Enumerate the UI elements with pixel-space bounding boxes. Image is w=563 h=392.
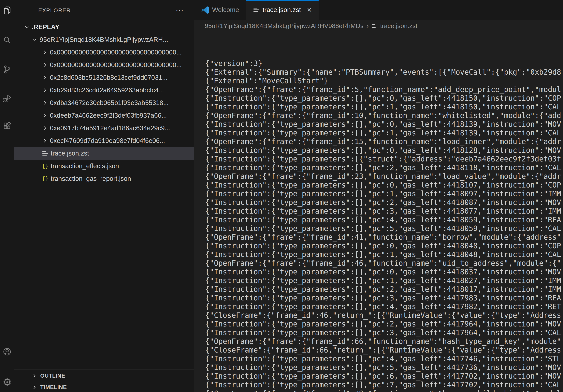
file-tree: {} .REPLAY {} 95oR1YipjSnqd18K4BMshkLgPi… <box>14 21 194 185</box>
tree-item-label: 0x2c8d603bc51326b8c13cef9dd07031... <box>50 74 167 81</box>
tree-item-label: 0xb29d83c26cdd2a64959263abbcfc4... <box>50 86 164 94</box>
file-icon <box>371 24 377 28</box>
code-line: {"OpenFrame":{"frame":{"frame_id":66,"fu… <box>205 337 563 346</box>
code-line: {"Instruction":{"type_parameters":[{"str… <box>205 155 563 163</box>
tree-item[interactable]: {} 0xdeeb7a4662eec9f2f3def03fb937a66... <box>14 109 194 122</box>
code-line: {"Instruction":{"type_parameters":[],"pc… <box>205 320 563 328</box>
vscode-logo-icon <box>201 6 209 14</box>
tree-item-label: transaction_effects.json <box>51 162 119 170</box>
chevron-icon <box>42 62 48 68</box>
code-line: {"Instruction":{"type_parameters":[],"pc… <box>205 94 563 103</box>
chevron-icon <box>42 74 48 81</box>
chevron-icon <box>42 49 48 56</box>
tree-item[interactable]: {} transaction_gas_report.json <box>14 172 194 185</box>
code-line: {"OpenFrame":{"frame":{"frame_id":5,"fun… <box>205 85 563 94</box>
code-line: {"Instruction":{"type_parameters":[],"pc… <box>205 268 563 276</box>
chevron-icon <box>31 36 38 43</box>
explorer-title: EXPLORER <box>38 7 71 14</box>
tree-item[interactable]: {} 95oR1YipjSnqd18K4BMshkLgPijypwzARH... <box>14 33 194 46</box>
tree-item[interactable]: {} 0xdba34672e30cb065b1f93e3ab55318... <box>14 96 194 109</box>
code-line: {"Instruction":{"type_parameters":[],"pc… <box>205 354 563 363</box>
source-control-icon[interactable] <box>2 65 12 74</box>
code-line: {"Instruction":{"type_parameters":[],"pc… <box>205 328 563 337</box>
settings-gear-icon[interactable]: ⚙ <box>2 377 12 387</box>
run-and-debug-icon[interactable] <box>2 93 12 103</box>
tree-item[interactable]: {} trace.json.zst <box>14 147 194 160</box>
chevron-icon <box>42 125 48 131</box>
code-line: {"Instruction":{"type_parameters":[],"pc… <box>205 250 563 259</box>
code-line: {"OpenFrame":{"frame":{"frame_id":79,"fu… <box>205 389 563 392</box>
breadcrumb: 95oR1YipjSnqd18K4BMshkLgPijypwzARHV988eR… <box>194 20 563 32</box>
tree-item[interactable]: {} 0x000000000000000000000000000000000..… <box>14 46 194 59</box>
search-icon[interactable] <box>2 36 12 45</box>
breadcrumb-folder[interactable]: 95oR1YipjSnqd18K4BMshkLgPijypwzARHV988eR… <box>205 22 364 30</box>
code-line: {"OpenFrame":{"frame":{"frame_id":46,"fu… <box>205 259 563 268</box>
more-actions-icon[interactable]: ⋯ <box>176 6 183 15</box>
file-icon <box>42 151 49 156</box>
chevron-icon <box>42 87 48 93</box>
code-line: {"Instruction":{"type_parameters":[],"pc… <box>205 302 563 311</box>
code-line: {"External":{"Summary":{"name":"PTBSumma… <box>205 68 563 77</box>
code-line: {"Instruction":{"type_parameters":[],"pc… <box>205 242 563 250</box>
activity-bar: ⚙ <box>0 0 14 392</box>
tree-item[interactable]: {} 0x2c8d603bc51326b8c13cef9dd07031... <box>14 71 194 84</box>
code-line: {"Instruction":{"type_parameters":[],"pc… <box>205 380 563 389</box>
code-line: {"OpenFrame":{"frame":{"frame_id":10,"fu… <box>205 111 563 120</box>
code-line: {"Instruction":{"type_parameters":[],"pc… <box>205 129 563 137</box>
tree-item[interactable]: {} .REPLAY <box>14 21 194 33</box>
code-line: {"Instruction":{"type_parameters":[],"pc… <box>205 224 563 233</box>
tree-item[interactable]: {} transaction_effects.json <box>14 160 194 172</box>
tab-trace-json-zst[interactable]: trace.json.zst ✕ <box>246 0 319 20</box>
tree-item[interactable]: {} 0xb29d83c26cdd2a64959263abbcfc4... <box>14 84 194 96</box>
code-line: {"CloseFrame":{"frame_id":66,"return_":[… <box>205 346 563 354</box>
tree-item-label: transaction_gas_report.json <box>51 175 131 182</box>
tree-item-label: .REPLAY <box>32 23 59 31</box>
code-line: {"Instruction":{"type_parameters":[],"pc… <box>205 120 563 129</box>
tree-item-label: trace.json.zst <box>51 150 89 157</box>
editor-area: Welcome trace.json.zst ✕ 95oR1YipjSnqd18… <box>194 0 563 392</box>
chevron-icon <box>31 372 38 379</box>
code-line: {"External":"MoveCallStart"} <box>205 77 563 85</box>
code-line: {"OpenFrame":{"frame":{"frame_id":15,"fu… <box>205 137 563 146</box>
explorer-icon[interactable] <box>2 6 12 15</box>
code-line: {"OpenFrame":{"frame":{"frame_id":23,"fu… <box>205 172 563 181</box>
code-line: {"Instruction":{"type_parameters":[],"pc… <box>205 181 563 189</box>
code-line: {"Instruction":{"type_parameters":[],"pc… <box>205 198 563 207</box>
outline-section-header[interactable]: OUTLINE <box>14 369 194 382</box>
outline-label: OUTLINE <box>40 373 65 379</box>
account-icon[interactable] <box>2 347 12 356</box>
chevron-icon <box>42 100 48 106</box>
code-line: {"OpenFrame":{"frame":{"frame_id":41,"fu… <box>205 233 563 242</box>
code-line: {"Instruction":{"type_parameters":[],"pc… <box>205 285 563 294</box>
tab-bar: Welcome trace.json.zst ✕ <box>194 0 563 20</box>
tree-item-label: 0x000000000000000000000000000000000... <box>50 61 182 69</box>
tree-item-label: 0x000000000000000000000000000000000... <box>50 49 182 56</box>
extensions-icon[interactable] <box>2 121 12 131</box>
tab-welcome[interactable]: Welcome <box>194 0 246 20</box>
tree-item-label: 0xecf47609d7da919ea98e7fd04f6e06... <box>50 137 165 144</box>
tree-item-label: 0xdeeb7a4662eec9f2f3def03fb937a66... <box>50 112 167 119</box>
code-line: {"Instruction":{"type_parameters":[],"pc… <box>205 207 563 216</box>
tree-item-label: 0xe0917b74a5912e4ad186ac634e29c9... <box>50 124 170 132</box>
chevron-right-icon: › <box>366 23 369 29</box>
json-icon: {} <box>42 163 49 169</box>
code-line: {"version":3} <box>205 59 563 68</box>
chevron-icon <box>42 112 48 119</box>
close-icon[interactable]: ✕ <box>307 7 312 13</box>
code-line: {"Instruction":{"type_parameters":[],"pc… <box>205 372 563 380</box>
vscode-window: ⚙ EXPLORER ⋯ {} .REPLAY <box>0 0 563 392</box>
code-line: {"Instruction":{"type_parameters":[],"pc… <box>205 276 563 285</box>
code-line: {"Instruction":{"type_parameters":[],"pc… <box>205 163 563 172</box>
code-line: {"CloseFrame":{"frame_id":46,"return_":[… <box>205 311 563 320</box>
tree-item[interactable]: {} 0xe0917b74a5912e4ad186ac634e29c9... <box>14 122 194 134</box>
chevron-icon <box>42 137 48 144</box>
tree-item[interactable]: {} 0xecf47609d7da919ea98e7fd04f6e06... <box>14 134 194 147</box>
tree-item[interactable]: {} 0x000000000000000000000000000000000..… <box>14 59 194 71</box>
breadcrumb-file[interactable]: trace.json.zst <box>380 22 417 30</box>
code-line: {"Instruction":{"type_parameters":[],"pc… <box>205 294 563 302</box>
editor-content[interactable]: {"version":3}{"External":{"Summary":{"na… <box>194 32 563 392</box>
chevron-icon <box>31 384 38 391</box>
timeline-section-header[interactable]: TIMELINE <box>14 382 194 392</box>
tab-label: Welcome <box>212 6 239 14</box>
code-line: {"Instruction":{"type_parameters":[],"pc… <box>205 189 563 198</box>
